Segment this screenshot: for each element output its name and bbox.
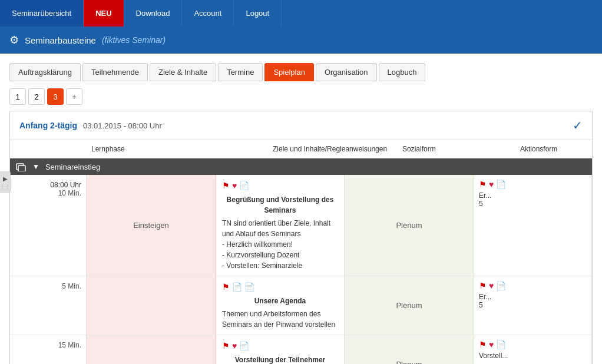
col-aktionsform: Aktionsform	[515, 144, 592, 154]
gear-icon: ⚙	[9, 34, 19, 47]
section-seminareinstieg[interactable]: ▼ Seminareinstieg	[10, 158, 592, 175]
flag-icon-a2: ⚑	[479, 281, 487, 290]
main-tabs: Auftragsklärung Teilnehmende Ziele & Inh…	[9, 63, 593, 81]
session-header: Anfang 2-tägig 03.01.2015 - 08:00 Uhr ✓	[10, 111, 592, 140]
aktionsform-text-2: Er... 5	[479, 293, 587, 309]
seminar-title: Seminarbausteine	[25, 35, 96, 45]
aktionsform-cell-1[interactable]: ⚑ ♥ 📄 Er... 5	[474, 175, 592, 276]
time-cell-2: 5 Min.	[10, 276, 87, 335]
sozialform-label-1: Plenum	[396, 221, 422, 230]
comment-icon-a3: 📄	[496, 340, 506, 349]
ziele-icons-3: ⚑ ♥ 📄	[222, 340, 338, 352]
lernphase-cell-2[interactable]	[87, 276, 216, 335]
comment-icon-1: 📄	[239, 180, 249, 192]
heart-icon-a1: ♥	[489, 180, 494, 189]
comment-icon-2a: 📄	[232, 281, 242, 293]
page-tabs: 1 2 3 +	[9, 88, 593, 105]
page-tab-add[interactable]: +	[66, 88, 82, 105]
tab-logbuch[interactable]: Logbuch	[379, 63, 426, 81]
sozialform-cell-1[interactable]: Plenum	[345, 175, 474, 276]
col-ziele: Ziele und Inhalte/Regieanweisungen	[268, 144, 398, 154]
tab-termine[interactable]: Termine	[218, 63, 263, 81]
ziele-title-2: Unsere Agenda	[222, 296, 338, 306]
main-panel: Anfang 2-tägig 03.01.2015 - 08:00 Uhr ✓ …	[9, 111, 593, 364]
sozialform-cell-3[interactable]: Plenum	[345, 335, 474, 364]
time-value-1: 08:00 Uhr	[50, 181, 81, 189]
tab-spielplan[interactable]: Spielplan	[264, 63, 314, 81]
col-time	[10, 144, 87, 154]
comment-icon-2b: 📄	[244, 281, 254, 293]
aktionsform-cell-2[interactable]: ⚑ ♥ 📄 Er... 5	[474, 276, 592, 335]
tab-ziele-inhalte[interactable]: Ziele & Inhalte	[150, 63, 216, 81]
aktionsform-text-3: Vorstell...	[479, 352, 587, 360]
flag-icon-3: ⚑	[222, 340, 230, 352]
sozialform-label-3: Plenum	[396, 360, 422, 364]
flag-icon-a1: ⚑	[479, 180, 487, 189]
comment-icon-a1: 📄	[496, 180, 506, 189]
column-headers: Lernphase Ziele und Inhalte/Regieanweisu…	[10, 140, 592, 158]
duration-value-1: 10 Min.	[58, 189, 81, 197]
ziele-cell-1[interactable]: ⚑ ♥ 📄 Begrüßung und Vorstellung des Semi…	[216, 175, 345, 276]
ziele-cell-2[interactable]: ⚑ 📄 📄 Unsere Agenda Themen und Arbeitsfo…	[216, 276, 345, 335]
time-cell-1: 08:00 Uhr 10 Min.	[10, 175, 87, 276]
flag-icon-a3: ⚑	[479, 340, 487, 349]
nav-download[interactable]: Download	[124, 0, 183, 27]
side-panel-handle[interactable]: ▶ ⋮⋮	[0, 171, 11, 193]
section-expand-arrow: ▼	[32, 163, 39, 171]
heart-icon-3: ♥	[232, 340, 237, 352]
heart-icon-a3: ♥	[489, 340, 494, 349]
table-row: 15 Min. ⚑ ♥ 📄 Vorstellung der Teilnehmer…	[10, 335, 592, 364]
duration-value-2: 5 Min.	[62, 282, 81, 290]
drag-handle-icon: ⋮⋮	[0, 184, 11, 189]
comment-icon-3: 📄	[239, 340, 249, 352]
session-date: 03.01.2015 - 08:00 Uhr	[83, 121, 162, 130]
nav-seminaruebersicht[interactable]: Seminarübersicht	[0, 0, 84, 27]
flag-icon-2: ⚑	[222, 281, 230, 293]
page-tab-1[interactable]: 1	[9, 88, 26, 105]
seminar-subtitle: (fiktives Seminar)	[102, 35, 166, 45]
sozialform-cell-2[interactable]: Plenum	[345, 276, 474, 335]
nav-logout[interactable]: Logout	[234, 0, 282, 27]
page-tab-3[interactable]: 3	[47, 88, 64, 105]
table-row: 5 Min. ⚑ 📄 📄 Unsere Agenda Themen und Ar…	[10, 276, 592, 335]
tab-organisation[interactable]: Organisation	[316, 63, 377, 81]
lernphase-cell-3[interactable]	[87, 335, 216, 364]
ziele-title-3: Vorstellung der Teilnehmer	[222, 355, 338, 364]
section-label: Seminareinstieg	[45, 163, 100, 171]
page-tab-2[interactable]: 2	[28, 88, 45, 105]
session-title: Anfang 2-tägig	[19, 121, 77, 130]
tab-teilnehmende[interactable]: Teilnehmende	[82, 63, 148, 81]
check-icon: ✓	[573, 118, 583, 133]
table-row: 08:00 Uhr 10 Min. Einsteigen ⚑ ♥ 📄 Begrü…	[10, 175, 592, 276]
aktionsform-icons-1: ⚑ ♥ 📄	[479, 180, 587, 189]
time-cell-3: 15 Min.	[10, 335, 87, 364]
lernphase-label-1: Einsteigen	[133, 221, 169, 230]
ziele-icons-2: ⚑ 📄 📄	[222, 281, 338, 293]
nav-neu[interactable]: NEU	[84, 0, 124, 27]
svg-rect-1	[18, 166, 25, 171]
content-area: Auftragsklärung Teilnehmende Ziele & Inh…	[0, 54, 602, 364]
duration-value-3: 15 Min.	[58, 341, 81, 349]
aktionsform-icons-2: ⚑ ♥ 📄	[479, 281, 587, 290]
comment-icon-a2: 📄	[496, 281, 506, 290]
ziele-icons-1: ⚑ ♥ 📄	[222, 180, 338, 192]
ziele-text-1: TN sind orientiert über Ziele, Inhalt un…	[222, 218, 338, 271]
heart-icon-a2: ♥	[489, 281, 494, 290]
top-navigation: Seminarübersicht NEU Download Account Lo…	[0, 0, 602, 27]
ziele-title-1: Begrüßung und Vorstellung des Seminars	[222, 194, 338, 216]
aktionsform-cell-3[interactable]: ⚑ ♥ 📄 Vorstell...	[474, 335, 592, 364]
flag-icon-1: ⚑	[222, 180, 230, 192]
sub-header: ⚙ Seminarbausteine (fiktives Seminar)	[0, 27, 602, 54]
ziele-cell-3[interactable]: ⚑ ♥ 📄 Vorstellung der Teilnehmer konvent…	[216, 335, 345, 364]
ziele-text-2: Themen und Arbeitsformen des Seminars an…	[222, 309, 338, 330]
nav-account[interactable]: Account	[182, 0, 234, 27]
col-lernphase: Lernphase	[87, 144, 268, 154]
aktionsform-text-1: Er... 5	[479, 191, 587, 208]
heart-icon-1: ♥	[232, 180, 237, 192]
section-expand-icon	[16, 161, 27, 172]
arrow-right-icon: ▶	[3, 176, 8, 182]
tab-auftragsklarung[interactable]: Auftragsklärung	[9, 63, 81, 81]
sozialform-label-2: Plenum	[396, 301, 422, 310]
lernphase-cell-1[interactable]: Einsteigen	[87, 175, 216, 276]
col-sozialform: Sozialform	[398, 144, 515, 154]
